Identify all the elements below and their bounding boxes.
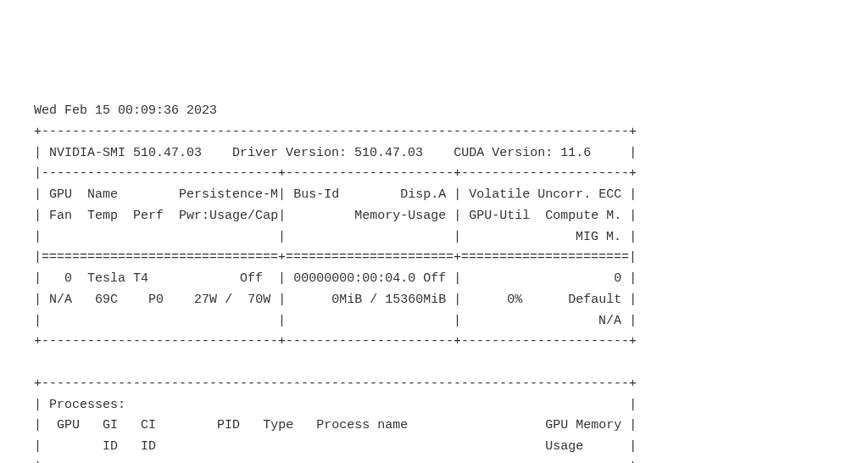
processes-title: Processes: — [49, 398, 125, 412]
proc-col-gi: GI — [103, 418, 118, 432]
proc-col-name: Process name — [316, 418, 408, 432]
col-name: Name — [87, 187, 118, 202]
col-migm: MIG M. — [576, 230, 621, 244]
col-perf: Perf — [133, 209, 164, 223]
gpu-busid: 00000000:00:04.0 — [293, 271, 415, 286]
gpu-index: 0 — [64, 271, 72, 286]
col-pwr: Pwr:Usage/Cap — [179, 209, 278, 223]
proc-col-pid: PID — [217, 418, 240, 432]
timestamp: Wed Feb 15 00:09:36 2023 — [34, 103, 217, 118]
col-memusage: Memory-Usage — [354, 209, 446, 223]
gpu-temp: 69C — [95, 293, 118, 307]
gpu-ecc: 0 — [614, 271, 621, 286]
col-dispa: Disp.A — [400, 187, 446, 202]
col-fan: Fan — [49, 209, 72, 223]
proc-col-type: Type — [263, 418, 293, 432]
nvidia-smi-output: Wed Feb 15 00:09:36 2023 +--------------… — [34, 101, 834, 463]
gpu-util: 0% — [507, 293, 522, 307]
col-persistence: Persistence-M — [179, 187, 278, 202]
smi-version: 510.47.03 — [133, 146, 202, 160]
driver-version-label: Driver Version: — [232, 146, 347, 160]
cuda-version-label: CUDA Version: — [453, 146, 553, 160]
gpu-pwr-cap: 70W — [248, 293, 270, 307]
gpu-name: Tesla T4 — [87, 271, 148, 286]
col-ecc: Volatile Uncorr. ECC — [469, 187, 621, 202]
gpu-fan: N/A — [49, 293, 72, 307]
proc-col-gpu: GPU — [57, 418, 80, 432]
proc-col-id1: ID — [103, 439, 118, 454]
gpu-persistence: Off — [240, 271, 263, 286]
gpu-dispa: Off — [423, 271, 446, 286]
gpu-mem-total: 15360MiB — [385, 293, 446, 307]
proc-col-usage: Usage — [545, 439, 583, 454]
proc-col-id2: ID — [141, 439, 156, 454]
col-gpuutil: GPU-Util — [469, 209, 530, 223]
proc-col-mem: GPU Memory — [545, 418, 621, 432]
gpu-migm: N/A — [598, 314, 621, 328]
cuda-version: 11.6 — [560, 146, 591, 160]
col-busid: Bus-Id — [293, 187, 339, 202]
gpu-computem: Default — [568, 293, 621, 307]
driver-version: 510.47.03 — [354, 146, 423, 160]
col-temp: Temp — [87, 209, 118, 223]
gpu-pwr-usage: 27W — [194, 293, 217, 307]
gpu-mem-used: 0MiB — [331, 293, 362, 307]
col-computem: Compute M. — [545, 209, 621, 223]
gpu-perf: P0 — [148, 293, 164, 307]
proc-col-ci: CI — [141, 418, 156, 432]
col-gpu: GPU — [49, 187, 72, 202]
